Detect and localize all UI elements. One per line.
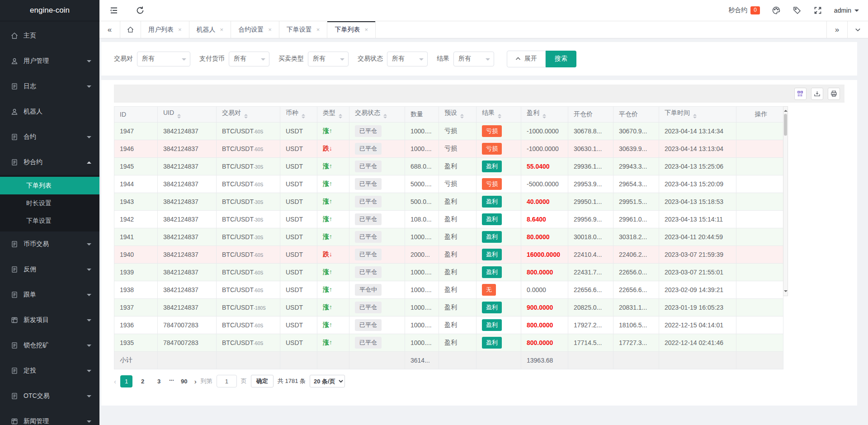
theme-palette-icon[interactable] [772,6,781,15]
tab-close-icon[interactable]: × [364,26,368,33]
refresh-icon[interactable] [136,6,145,15]
sort-icon[interactable] [383,112,387,120]
tab-3[interactable]: 合约设置× [231,21,279,38]
column-label: ID [120,111,126,118]
pair-value: BTC/USDT [222,269,254,276]
table-header-row: IDUID交易对币种类型交易状态数量预设结果盈利开仓价平仓价下单时间操作 [114,107,783,123]
pair-duration: -60S [254,341,263,346]
sidebar-item-contracts[interactable]: 合约 [0,124,99,150]
column-header-type[interactable]: 类型 [317,107,349,123]
sort-icon[interactable] [177,112,181,120]
tab-4[interactable]: 下单设置× [279,21,328,38]
tag-icon[interactable] [793,6,802,15]
sidebar-item-auto-invest[interactable]: 定投 [0,358,99,383]
tabs-scroll-right-icon[interactable]: » [826,21,847,38]
page-number-90[interactable]: 90 [178,375,190,387]
scroll-up-icon[interactable] [784,108,788,112]
tab-close-icon[interactable]: × [220,26,224,33]
sort-icon[interactable] [302,112,305,120]
cell-type: 涨↑ [317,228,349,246]
tab-close-icon[interactable]: × [316,26,320,33]
second-contract-notice[interactable]: 秒合约 0 [728,6,760,14]
sort-icon[interactable] [339,112,342,120]
page-number-1[interactable]: 1 [120,375,132,387]
cell-open: 20825.0... [568,299,613,316]
column-header-profit[interactable]: 盈利 [521,107,568,123]
tab-label: 下单设置 [287,26,312,34]
page-size-select[interactable]: 20 条/页 [310,375,345,387]
goto-label: 到第 [201,377,212,385]
sidebar-item-robots[interactable]: 机器人 [0,99,99,124]
filter-select-5[interactable]: 所有 [453,52,494,66]
cell-action [736,140,783,158]
topbar: 秒合约 0 admin [99,0,868,21]
sidebar-subitem-duration-settings[interactable]: 时长设置 [0,194,99,212]
scrollbar-thumb[interactable] [784,114,787,136]
sort-icon[interactable] [244,112,248,120]
tab-close-icon[interactable]: × [268,26,272,33]
tabs-scroll-left-icon[interactable]: « [99,21,120,38]
sidebar-collapse-icon[interactable] [109,6,118,15]
filter-select-1[interactable]: 所有 [137,52,190,66]
column-header-id: ID [114,107,158,123]
sidebar-item-logs[interactable]: 日志 [0,74,99,99]
column-header-pair[interactable]: 交易对 [217,107,280,123]
tab-close-icon[interactable]: × [178,26,182,33]
status-badge: 已平仓 [355,302,382,313]
sidebar-subitem-order-list[interactable]: 下单列表 [0,177,99,194]
cell-pair: BTC/USDT-60S [217,140,280,158]
column-header-uid[interactable]: UID [158,107,217,123]
sort-desc-icon [302,117,305,120]
goto-confirm-button[interactable]: 确定 [251,375,274,387]
export-button[interactable] [811,88,823,100]
tab-1[interactable]: 用户列表× [141,21,189,38]
table-row: 19393842124837BTC/USDT-60SUSDT涨↑已平仓1000.… [114,264,783,281]
sidebar-item-otc-trading[interactable]: OTC交易 [0,383,99,409]
column-header-coin[interactable]: 币种 [280,107,317,123]
column-header-status[interactable]: 交易状态 [349,107,405,123]
home-tab-icon[interactable] [120,21,141,38]
page-ellipsis: ... [169,375,174,387]
sidebar-item-home[interactable]: 主页 [0,23,99,48]
sort-icon[interactable] [693,112,697,120]
expand-filters-button[interactable]: 展开 [507,51,546,67]
cell-status: 已平仓 [349,299,405,316]
table-scrollbar[interactable] [783,106,788,296]
filter-select-2[interactable]: 所有 [229,52,269,66]
scroll-down-icon[interactable] [784,290,788,294]
tabs-menu-icon[interactable] [847,21,868,38]
sidebar-item-copy-trading[interactable]: 跟单 [0,282,99,307]
column-header-result[interactable]: 结果 [476,107,521,123]
page-number-2[interactable]: 2 [137,375,149,387]
print-button[interactable] [828,88,840,100]
sidebar-item-new-projects[interactable]: 新发项目 [0,307,99,333]
page-number-3[interactable]: 3 [153,375,165,387]
prev-page-icon[interactable]: ‹ [114,378,116,385]
column-header-time[interactable]: 下单时间 [659,107,736,123]
filter-select-3[interactable]: 所有 [308,52,349,66]
filter-label: 交易状态 [358,55,383,63]
tab-2[interactable]: 机器人× [189,21,231,38]
cell-coin: USDT [280,193,317,211]
filter-select-4[interactable]: 所有 [387,52,428,66]
sidebar-item-coin-trading[interactable]: 币币交易 [0,231,99,257]
search-button[interactable]: 搜索 [546,51,576,67]
sidebar-subitem-order-settings[interactable]: 下单设置 [0,212,99,230]
sidebar-item-news-management[interactable]: 新闻管理 [0,409,99,425]
fullscreen-icon[interactable] [813,6,822,15]
sidebar-item-locked-mining[interactable]: 锁仓挖矿 [0,333,99,358]
cell-result: 盈利 [476,246,521,264]
goto-page-input[interactable] [217,375,237,387]
type-down-label: 跌↓ [323,145,332,152]
columns-setting-button[interactable] [794,88,807,100]
admin-dropdown[interactable]: admin [834,7,859,14]
sort-icon[interactable] [498,112,501,120]
sidebar-item-rebate[interactable]: 反佣 [0,257,99,282]
column-header-preset[interactable]: 预设 [439,107,476,123]
sidebar-item-second-contracts[interactable]: 秒合约 [0,150,99,175]
sort-icon[interactable] [460,112,464,120]
tab-5[interactable]: 下单列表× [327,21,376,38]
next-page-icon[interactable]: › [194,378,197,385]
sort-icon[interactable] [542,112,546,120]
sidebar-item-user-management[interactable]: 用户管理 [0,48,99,74]
